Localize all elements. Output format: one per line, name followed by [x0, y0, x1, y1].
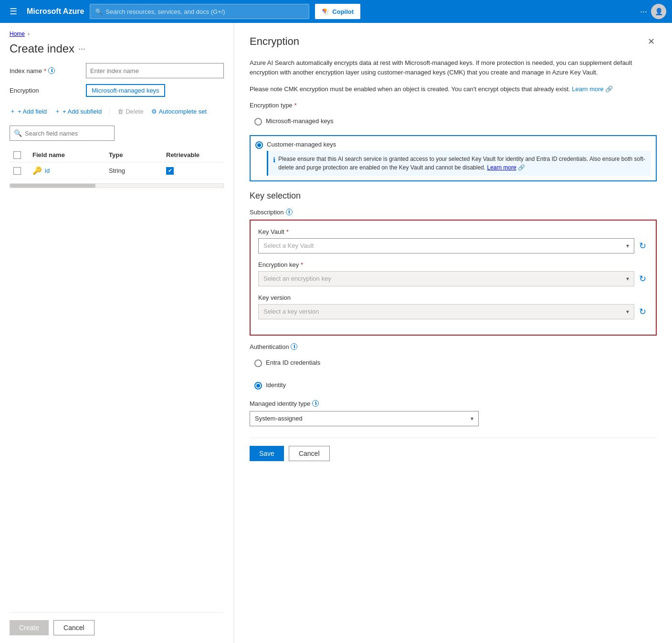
- global-search-box[interactable]: 🔍 Search resources, services, and docs (…: [90, 4, 309, 19]
- key-version-dropdown-row: Select a key version ▾ ↻: [258, 304, 648, 319]
- main-container: Home › Create index ··· Index name * ℹ E…: [0, 23, 672, 643]
- encryption-key-chevron-icon: ▾: [626, 275, 629, 282]
- select-all-checkbox[interactable]: [13, 151, 21, 159]
- key-selection-box: Key Vault * Select a Key Vault ▾ ↻ Encry…: [250, 220, 657, 336]
- breadcrumb-home[interactable]: Home: [10, 31, 25, 37]
- horizontal-scrollbar[interactable]: [10, 183, 224, 188]
- customer-keys-radio[interactable]: [255, 141, 263, 149]
- col-field-name-header: Field name: [32, 151, 109, 159]
- header-checkbox[interactable]: [13, 151, 32, 159]
- avatar[interactable]: 👤: [651, 4, 666, 19]
- toolbar: ＋ + Add field ＋ + Add subfield 🗑 Delete …: [10, 103, 224, 120]
- authentication-label: Authentication: [250, 343, 289, 350]
- bottom-buttons: Create Cancel: [10, 612, 224, 635]
- key-vault-refresh-button[interactable]: ↻: [637, 239, 648, 253]
- customer-keys-option[interactable]: Customer-managed keys ℹ Please ensure th…: [250, 135, 657, 181]
- table-header: Field name Type Retrievable: [10, 148, 224, 162]
- key-vault-dropdown[interactable]: Select a Key Vault ▾: [258, 238, 634, 253]
- toolbar-separator: [109, 106, 110, 116]
- description-text-2: Please note CMK encryption must be enabl…: [250, 84, 657, 94]
- autocomplete-settings-button[interactable]: ⚙ Autocomplete set: [151, 108, 207, 115]
- encryption-key-placeholder: Select an encryption key: [263, 275, 331, 282]
- encryption-type-label: Encryption type: [250, 102, 293, 109]
- identity-radio[interactable]: [254, 382, 262, 390]
- field-search-box[interactable]: 🔍: [10, 126, 115, 141]
- managed-identity-info-icon[interactable]: ℹ: [312, 400, 319, 407]
- microsoft-keys-label: Microsoft-managed keys: [266, 117, 334, 125]
- microsoft-keys-option[interactable]: Microsoft-managed keys: [250, 113, 657, 130]
- add-subfield-button[interactable]: ＋ + Add subfield: [54, 107, 102, 116]
- managed-identity-dropdown-row: System-assigned ▾: [250, 411, 479, 426]
- right-panel: Encryption ✕ Azure AI Search automatical…: [234, 23, 672, 643]
- entra-id-radio[interactable]: [254, 359, 262, 367]
- scrollbar-thumb[interactable]: [10, 184, 95, 188]
- table-row: 🔑 id String ✔: [10, 162, 224, 179]
- page-title-more-options[interactable]: ···: [78, 44, 85, 54]
- delete-button[interactable]: 🗑 Delete: [117, 108, 144, 115]
- microsoft-keys-radio[interactable]: [254, 118, 262, 126]
- key-vault-placeholder: Select a Key Vault: [263, 242, 314, 249]
- create-button[interactable]: Create: [10, 620, 49, 635]
- close-button[interactable]: ✕: [646, 34, 657, 49]
- field-name-link[interactable]: id: [45, 167, 50, 174]
- index-name-input-wrapper: [86, 63, 224, 78]
- index-name-input[interactable]: [86, 63, 224, 78]
- managed-identity-chevron-icon: ▾: [471, 415, 473, 422]
- learn-more-link-1[interactable]: Learn more: [572, 85, 603, 93]
- managed-identity-dropdown[interactable]: System-assigned ▾: [250, 411, 479, 426]
- key-version-dropdown[interactable]: Select a key version ▾: [258, 304, 634, 319]
- add-field-button[interactable]: ＋ + Add field: [10, 107, 47, 116]
- identity-option[interactable]: Identity: [250, 377, 657, 394]
- add-subfield-icon: ＋: [54, 107, 61, 116]
- key-version-refresh-button[interactable]: ↻: [637, 305, 648, 319]
- panel-header: Encryption ✕: [250, 34, 657, 49]
- index-name-label: Index name: [10, 67, 42, 74]
- key-vault-label: Key Vault: [258, 228, 284, 235]
- key-vault-required: *: [286, 228, 289, 235]
- panel-cancel-button[interactable]: Cancel: [289, 446, 330, 461]
- row-field-name-cell: 🔑 id: [32, 166, 109, 175]
- topnav-right-controls: ··· 👤: [640, 4, 666, 19]
- key-vault-group: Key Vault * Select a Key Vault ▾ ↻: [258, 228, 648, 253]
- customer-keys-content: Customer-managed keys ℹ Please ensure th…: [267, 141, 651, 176]
- breadcrumb-separator: ›: [28, 31, 30, 37]
- row-checkbox[interactable]: [13, 167, 32, 175]
- app-logo: Microsoft Azure: [27, 7, 84, 16]
- delete-label: Delete: [126, 108, 144, 115]
- encryption-key-dropdown[interactable]: Select an encryption key ▾: [258, 271, 634, 286]
- hamburger-menu[interactable]: ☰: [6, 4, 21, 19]
- key-vault-label-group: Key Vault *: [258, 228, 648, 235]
- top-navigation: ☰ Microsoft Azure 🔍 Search resources, se…: [0, 0, 672, 23]
- row-select-checkbox[interactable]: [13, 167, 21, 175]
- index-name-label-group: Index name * ℹ: [10, 67, 86, 74]
- field-search-input[interactable]: [25, 130, 110, 137]
- index-name-info-icon[interactable]: ℹ: [48, 67, 55, 74]
- encryption-type-label-group: Encryption type *: [250, 102, 657, 109]
- subscription-info-icon[interactable]: ℹ: [286, 209, 293, 215]
- check-icon: ✔: [168, 168, 172, 174]
- managed-identity-label: Managed identity type: [250, 400, 310, 407]
- encryption-key-required: *: [301, 261, 303, 268]
- retrievable-checkbox[interactable]: ✔: [166, 167, 174, 175]
- key-vault-chevron-icon: ▾: [626, 242, 629, 249]
- external-link-icon-1: 🔗: [605, 85, 613, 93]
- encryption-key-dropdown-row: Select an encryption key ▾ ↻: [258, 271, 648, 286]
- more-options-icon[interactable]: ···: [640, 7, 647, 17]
- panel-bottom-buttons: Save Cancel: [250, 438, 657, 461]
- add-subfield-label: + Add subfield: [63, 108, 102, 115]
- customer-keys-label: Customer-managed keys: [267, 141, 651, 148]
- encryption-key-refresh-button[interactable]: ↻: [637, 272, 648, 286]
- panel-title: Encryption: [250, 35, 299, 48]
- learn-more-link-2[interactable]: Learn more: [487, 164, 516, 171]
- authentication-info-icon[interactable]: ℹ: [291, 343, 297, 350]
- encryption-row: Encryption Microsoft-managed keys: [10, 84, 224, 97]
- save-button[interactable]: Save: [250, 446, 284, 461]
- col-type-header: Type: [109, 151, 166, 159]
- key-version-label-text: Key version: [258, 294, 291, 301]
- encryption-link[interactable]: Microsoft-managed keys: [86, 84, 165, 97]
- cancel-button[interactable]: Cancel: [53, 620, 94, 635]
- row-type-cell: String: [109, 167, 166, 174]
- copilot-icon: 🪁: [322, 8, 329, 15]
- entra-id-option[interactable]: Entra ID credentials: [250, 354, 657, 372]
- copilot-button[interactable]: 🪁 Copilot: [315, 4, 360, 19]
